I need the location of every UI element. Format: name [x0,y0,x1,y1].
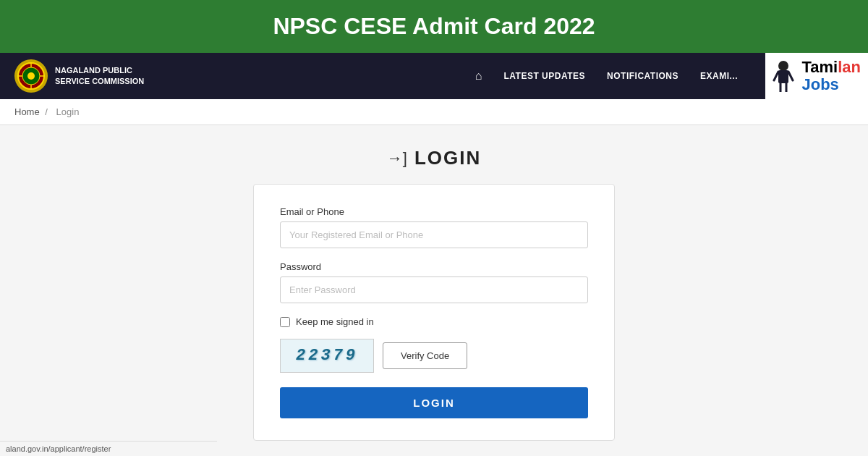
svg-point-7 [778,61,788,71]
breadcrumb-separator: / [45,106,48,117]
keep-signed-checkbox[interactable] [280,317,290,327]
login-card: Email or Phone Password Keep me signed i… [253,184,615,441]
page-title: NPSC CESE Admit Card 2022 [0,13,868,40]
svg-line-9 [774,72,778,80]
password-input[interactable] [280,276,588,303]
password-label: Password [280,261,588,272]
nav-examinations[interactable]: EXAMI... [700,71,738,81]
home-icon[interactable]: ⌂ [475,69,482,83]
tamilan-text: Tami [801,58,838,76]
jobs-text: Jobs [801,76,838,93]
captcha-row: 22379 Verify Code [280,339,588,373]
url-bar: aland.gov.in/applicant/register [0,441,217,456]
nav-latest-updates[interactable]: LATEST UPDATES [503,71,585,81]
breadcrumb-home[interactable]: Home [14,106,40,117]
captcha-display: 22379 [280,339,374,373]
svg-point-2 [27,72,35,80]
main-content: Home / Login →] LOGIN Email or Phone Pas… [0,99,868,422]
title-banner: NPSC CESE Admit Card 2022 [0,0,868,53]
email-label: Email or Phone [280,206,588,217]
svg-line-10 [788,72,793,80]
tamilan-lan: lan [838,58,861,76]
svg-rect-8 [778,70,788,83]
tamilan-jobs-badge: Tamilan Jobs [765,53,868,99]
navbar: NAGALAND PUBLIC SERVICE COMMISSION ⌂ LAT… [0,53,868,99]
login-button[interactable]: LOGIN [280,387,588,418]
breadcrumb: Home / Login [0,99,868,125]
breadcrumb-current: Login [56,106,80,117]
login-heading: LOGIN [414,147,481,169]
login-section: →] LOGIN Email or Phone Password Keep me… [0,125,868,456]
login-arrow-icon: →] [387,149,407,168]
email-group: Email or Phone [280,206,588,248]
email-input[interactable] [280,221,588,248]
login-title-row: →] LOGIN [387,147,481,169]
verify-code-button[interactable]: Verify Code [383,342,467,369]
logo-text: NAGALAND PUBLIC SERVICE COMMISSION [55,65,144,88]
password-group: Password [280,261,588,303]
logo-emblem [14,59,48,93]
navbar-links: ⌂ LATEST UPDATES NOTIFICATIONS EXAMI... [475,69,738,83]
keep-signed-label: Keep me signed in [296,316,374,327]
nav-notifications[interactable]: NOTIFICATIONS [607,71,678,81]
keep-signed-group: Keep me signed in [280,316,588,327]
navbar-logo[interactable]: NAGALAND PUBLIC SERVICE COMMISSION [14,59,144,93]
